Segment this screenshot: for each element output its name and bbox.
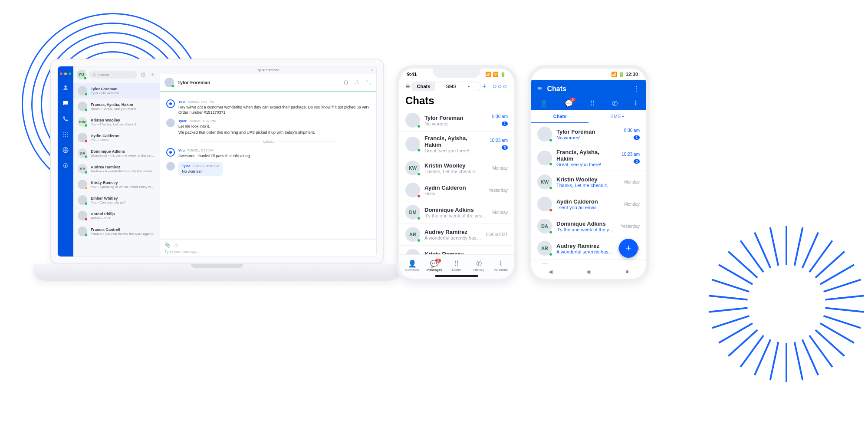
- chat-list-item[interactable]: Aydin CalderonHello!Yesterday: [399, 179, 514, 201]
- message: Tylor7/26/21, 8:36 PMNo worries!: [166, 162, 370, 176]
- chat-list-item[interactable]: Francis, Ayisha, HakimHakim • Great, see…: [73, 99, 160, 114]
- attach-icon[interactable]: 📎: [164, 242, 171, 248]
- message: Tylor7/25/21, 5:32 PMLet me look into it…: [166, 118, 370, 135]
- close-icon[interactable]: ×: [371, 68, 373, 72]
- conversation-panel: Tylor Foreman × Tylor Foreman You7/25/21…: [160, 66, 376, 256]
- svg-point-7: [65, 136, 66, 137]
- unread-badge: 1: [502, 122, 508, 126]
- phone-android: 📶 🔋 12:30 ≡ Chats ⋮ 👤💬5⠿✆⌇ Chats SMS • T…: [528, 65, 649, 282]
- voicemail-icon[interactable]: ⌇: [634, 99, 638, 108]
- share-icon[interactable]: [354, 79, 361, 86]
- chat-item-name: Dominique Adkins: [91, 149, 155, 154]
- chat-type-segmented[interactable]: Chats SMS •: [411, 82, 480, 91]
- tab-history[interactable]: ✆History: [468, 260, 490, 272]
- tab-messages[interactable]: 💬Messages2: [423, 260, 445, 272]
- conversation-tab-title: Tylor Foreman: [257, 68, 279, 72]
- nav-home[interactable]: ◉: [587, 269, 591, 275]
- svg-rect-14: [345, 81, 348, 84]
- conversation-tab[interactable]: Tylor Foreman ×: [160, 66, 376, 74]
- chat-list-item[interactable]: Aydin CalderonYou • Hello!: [73, 130, 160, 145]
- settings-icon[interactable]: [62, 162, 69, 170]
- dialpad-icon[interactable]: [62, 131, 69, 138]
- chat-item-name: Tylor Foreman: [91, 87, 155, 91]
- message-icon[interactable]: 💬5: [565, 99, 573, 108]
- svg-point-10: [65, 165, 66, 167]
- chat-item-name: Francis Cantrell: [91, 227, 155, 232]
- dialpad-icon[interactable]: ⠿: [590, 99, 595, 108]
- message-icon: 💬: [423, 260, 445, 268]
- nav-back[interactable]: ◀: [549, 269, 552, 275]
- tab-dialer[interactable]: ⠿Dialer: [445, 260, 467, 272]
- svg-point-4: [65, 134, 66, 135]
- message: You7/25/21, 4:57 PMHey we've got a custo…: [166, 99, 370, 115]
- plus-icon[interactable]: +: [482, 82, 487, 91]
- chat-list-item[interactable]: Francis, Ayisha, HakimGreat, see you the…: [531, 145, 646, 171]
- profile-avatar[interactable]: PJ: [77, 70, 86, 79]
- contacts-icon[interactable]: [62, 84, 69, 92]
- unread-badge: 1: [634, 135, 640, 140]
- menu-icon[interactable]: ≡: [405, 82, 410, 91]
- chat-item-name: Kristen Woolley: [91, 118, 155, 122]
- more-icon[interactable]: ○○○: [493, 82, 508, 90]
- chat-item-preview: You • Can you join us?: [91, 201, 155, 204]
- message-composer[interactable]: 📎 ☺ Type your message…: [160, 239, 376, 256]
- svg-point-0: [63, 132, 64, 133]
- clock: 9:41: [407, 72, 417, 77]
- chat-list-item[interactable]: DMDominique AdkinsIt's the one week of t…: [399, 201, 514, 224]
- chat-list-item[interactable]: AAAudrey RamirezAudrey • A wonderful ser…: [73, 161, 160, 177]
- chat-list-item[interactable]: Tylor ForemanNo worries!8:36 am1: [399, 109, 514, 132]
- chat-item-preview: Francis • Can we review the work again?: [91, 232, 155, 236]
- nav-recent[interactable]: ■: [625, 269, 628, 275]
- phone-icon[interactable]: [62, 115, 69, 123]
- chat-type-tabs: Chats SMS •: [531, 110, 646, 123]
- laptop-device: PJ Search Tylor ForemanTylor • No worrie…: [50, 59, 384, 281]
- chat-list-item[interactable]: Ember WhitleyYou • Can you join us?: [73, 192, 160, 208]
- tab-contacts[interactable]: 👤Contacts: [401, 260, 423, 272]
- person-icon[interactable]: 👤: [539, 99, 548, 108]
- plus-icon[interactable]: [149, 71, 156, 78]
- chat-list-item[interactable]: Francis CantrellFrancis • Can we review …: [73, 224, 160, 239]
- search-input[interactable]: Search: [89, 71, 137, 79]
- expand-icon[interactable]: [365, 79, 372, 86]
- chat-item-name: Audrey Ramirez: [91, 165, 155, 169]
- page-title: Chats: [399, 95, 514, 109]
- more-icon[interactable]: ⋮: [633, 85, 640, 93]
- chat-list-item[interactable]: Kristy RamseyYou • Speaking of which, Pe…: [73, 177, 160, 192]
- chat-list-item[interactable]: Tylor ForemanNo worries!8:36 am1: [531, 123, 646, 145]
- tab-chats[interactable]: Chats: [531, 110, 589, 123]
- chat-list-item[interactable]: Tylor ForemanTylor • No worries!: [73, 83, 160, 99]
- emoji-icon[interactable]: ☺: [174, 242, 179, 248]
- phone-icon[interactable]: ✆: [612, 99, 618, 108]
- chat-list-item[interactable]: KWKristin WoolleyThanks, Let me check it…: [531, 171, 646, 193]
- contact-icon[interactable]: [140, 71, 147, 78]
- tab-sms[interactable]: SMS •: [435, 82, 480, 91]
- date-divider: 7/26/21: [166, 140, 370, 144]
- chat-list-item[interactable]: Antoni PhilipAntoni • cool.: [73, 208, 160, 224]
- conversation-title: Tylor Foreman: [178, 80, 339, 85]
- menu-icon[interactable]: ≡: [537, 84, 542, 93]
- composer-placeholder[interactable]: Type your message…: [164, 250, 372, 254]
- svg-point-11: [93, 73, 95, 76]
- globe-icon[interactable]: [62, 146, 69, 154]
- chat-list-item[interactable]: DADominique AdkinsDominique • It's the o…: [73, 145, 160, 161]
- tab-sms[interactable]: SMS •: [589, 110, 646, 123]
- chat-list-item[interactable]: Aydin CalderonI sent you an emailMonday: [531, 193, 646, 215]
- search-placeholder: Search: [98, 73, 109, 77]
- conversation-avatar: [164, 78, 174, 87]
- chat-item-preview: Hakim • Great, see you there!: [91, 107, 155, 111]
- contact-details-icon[interactable]: [342, 79, 349, 86]
- messages-icon[interactable]: [62, 99, 69, 107]
- chat-list-item[interactable]: KWKristen WoolleyYou • Thanks, Let me ch…: [73, 114, 160, 130]
- tab-voicemail[interactable]: ⌇Voicemail: [490, 260, 512, 272]
- tab-chats[interactable]: Chats: [412, 82, 436, 91]
- unread-badge: 3: [634, 159, 640, 164]
- chat-list-item[interactable]: Francis, Ayisha, HakimGreat, see you the…: [399, 132, 514, 157]
- chat-list-item[interactable]: KWKristin WoolleyThanks, Let me check it…: [399, 157, 514, 179]
- svg-point-8: [67, 136, 68, 137]
- chat-list-item[interactable]: ARAudrey RamirezA wonderful serenity has…: [399, 224, 514, 246]
- chat-item-name: Antoni Philip: [91, 212, 155, 216]
- phone-ios: 9:41 📶 🛜 🔋 ≡ Chats SMS • + ○○○ Chats Tyl…: [396, 65, 517, 282]
- app-sidebar: [58, 66, 73, 256]
- fab-new-message[interactable]: +: [619, 239, 638, 258]
- chat-list-item[interactable]: DADominique AdkinsIt's the one week of t…: [531, 215, 646, 237]
